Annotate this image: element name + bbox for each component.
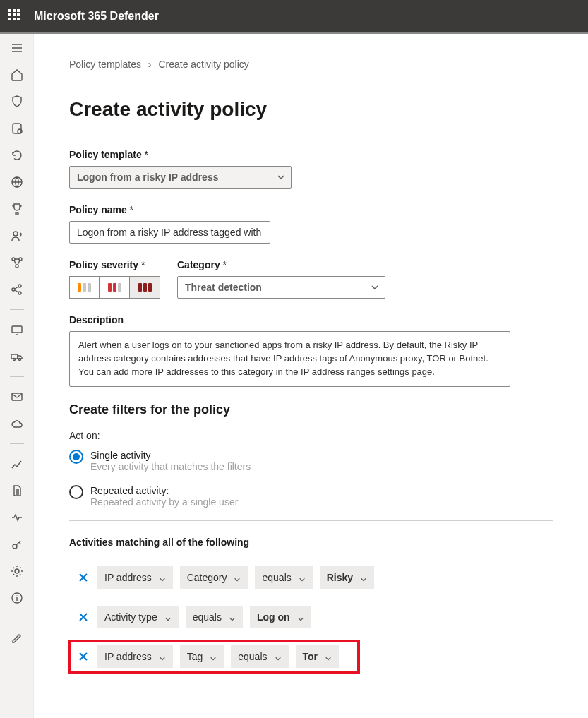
key-icon[interactable] (10, 537, 24, 551)
info-icon[interactable] (10, 591, 24, 605)
mail-icon[interactable] (10, 390, 24, 404)
menu-icon[interactable] (10, 41, 24, 55)
radio-icon (69, 450, 83, 464)
edit-icon[interactable] (10, 631, 24, 645)
filter-chip[interactable]: Tag (180, 645, 224, 668)
filters-match-label: Activities matching all of the following (69, 537, 553, 548)
svg-point-11 (13, 359, 15, 361)
gear-icon[interactable] (10, 564, 24, 578)
chevron-down-icon (371, 283, 379, 292)
chart-icon[interactable] (10, 457, 24, 471)
asset-icon[interactable] (10, 121, 24, 136)
category-select[interactable]: Threat detection (177, 276, 385, 299)
svg-point-3 (12, 258, 15, 261)
svg-point-8 (18, 292, 21, 294)
truck-icon[interactable] (10, 349, 24, 364)
app-title: Microsoft 365 Defender (34, 10, 159, 23)
remove-filter-button[interactable] (76, 610, 90, 624)
radio-repeated-subtitle: Repeated activity by a single user (90, 496, 238, 508)
chevron-right-icon: › (148, 59, 152, 70)
home-icon[interactable] (10, 68, 24, 82)
refresh-icon[interactable] (10, 148, 24, 162)
severity-picker (69, 276, 160, 299)
filter-chip[interactable]: Category (180, 566, 248, 589)
severity-label: Policy severity (69, 259, 160, 270)
severity-medium-button[interactable] (100, 276, 130, 299)
chevron-down-icon (325, 653, 332, 660)
share-icon[interactable] (10, 282, 24, 297)
chevron-down-icon (299, 574, 306, 581)
name-label: Policy name (69, 204, 553, 215)
template-select[interactable]: Logon from a risky IP address (69, 166, 292, 189)
template-value: Logon from a risky IP address (77, 172, 218, 183)
browser-icon[interactable] (10, 175, 24, 189)
filter-row: Activity type equals Log on (69, 602, 553, 633)
filter-chip[interactable]: Risky (320, 566, 374, 589)
nav-divider (10, 309, 24, 310)
breadcrumb: Policy templates › Create activity polic… (69, 59, 553, 70)
chevron-down-icon (159, 574, 166, 581)
filters-heading: Create filters for the policy (69, 402, 553, 417)
top-app-bar: Microsoft 365 Defender (0, 0, 588, 34)
filter-chip[interactable]: equals (231, 645, 288, 668)
radio-single-activity[interactable]: Single activity Every activity that matc… (69, 450, 553, 472)
remove-filter-button[interactable] (76, 650, 90, 664)
radio-icon (69, 485, 83, 499)
nav-divider (10, 618, 24, 618)
trophy-icon[interactable] (10, 202, 24, 216)
svg-point-2 (13, 232, 18, 236)
description-textarea[interactable]: Alert when a user logs on to your sancti… (69, 331, 510, 387)
chevron-down-icon (210, 653, 217, 660)
waffle-icon[interactable] (8, 9, 23, 23)
divider (69, 520, 553, 521)
chevron-down-icon (159, 653, 166, 660)
template-label: Policy template (69, 149, 553, 160)
chevron-down-icon (277, 173, 285, 181)
radio-single-subtitle: Every activity that matches the filters (90, 461, 251, 472)
document-icon[interactable] (10, 484, 24, 498)
shield-icon[interactable] (10, 95, 24, 109)
filter-row: IP address Category equals Risky (69, 562, 553, 593)
radio-single-title: Single activity (90, 450, 251, 461)
workflow-icon[interactable] (10, 256, 24, 270)
left-nav-rail (0, 34, 34, 718)
chevron-down-icon (275, 653, 282, 660)
filter-chip[interactable]: Tor (296, 645, 340, 668)
filter-chip[interactable]: equals (186, 606, 243, 628)
nav-divider (10, 376, 24, 377)
svg-point-4 (19, 258, 22, 261)
filter-chip[interactable]: equals (255, 566, 312, 589)
cloud-icon[interactable] (10, 417, 24, 431)
severity-high-button[interactable] (130, 276, 160, 299)
filter-row-highlight: IP address Tag equals Tor (69, 641, 359, 672)
policy-name-input[interactable] (69, 221, 270, 244)
user-group-icon[interactable] (10, 229, 24, 243)
filter-chip[interactable]: IP address (97, 566, 173, 589)
nav-divider (10, 443, 24, 444)
chevron-down-icon (360, 574, 367, 581)
filter-chip[interactable]: Activity type (97, 606, 179, 628)
chevron-down-icon (234, 574, 241, 581)
svg-point-7 (18, 285, 21, 287)
svg-rect-13 (12, 393, 22, 400)
chevron-down-icon (297, 614, 304, 621)
svg-point-15 (15, 569, 19, 573)
severity-low-button[interactable] (69, 276, 100, 299)
category-value: Threat detection (185, 282, 262, 293)
svg-rect-9 (12, 326, 22, 333)
category-label: Category (177, 259, 385, 270)
breadcrumb-parent[interactable]: Policy templates (69, 59, 141, 70)
page-title: Create activity policy (69, 98, 553, 121)
chevron-down-icon (164, 614, 172, 621)
tv-icon[interactable] (10, 323, 24, 337)
filter-chip[interactable]: Log on (250, 606, 311, 628)
remove-filter-button[interactable] (76, 570, 90, 585)
svg-point-12 (18, 359, 20, 361)
svg-point-6 (12, 288, 15, 291)
radio-repeated-activity[interactable]: Repeated activity: Repeated activity by … (69, 485, 553, 508)
description-label: Description (69, 314, 553, 325)
radio-repeated-title: Repeated activity: (90, 485, 238, 496)
health-icon[interactable] (10, 510, 24, 525)
filter-chip[interactable]: IP address (97, 645, 173, 668)
main-content: Policy templates › Create activity polic… (34, 34, 588, 718)
